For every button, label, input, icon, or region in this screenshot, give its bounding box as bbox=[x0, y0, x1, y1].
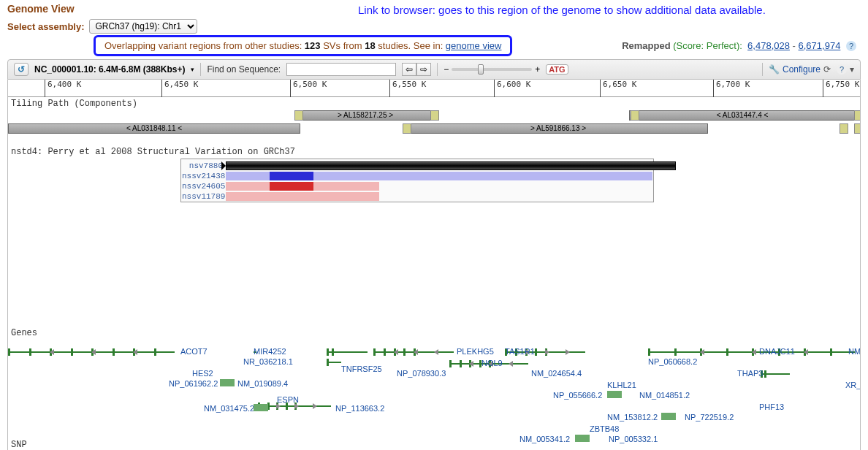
snp-track-label: SNP bbox=[8, 438, 860, 450]
gene-name[interactable]: TAS1R1 bbox=[505, 347, 535, 356]
accession-link[interactable]: NP_078930.3 bbox=[397, 369, 446, 378]
accession-link[interactable]: NP_060668.2 bbox=[648, 357, 697, 366]
gene-name[interactable]: ACOT7 bbox=[180, 347, 208, 356]
direction-arrow-icon bbox=[700, 349, 704, 355]
zoom-in-button[interactable]: + bbox=[535, 64, 540, 75]
gene-name[interactable]: KLHL21 bbox=[607, 381, 636, 389]
accession-link[interactable]: NM_014851.2 bbox=[639, 391, 690, 400]
exon bbox=[674, 348, 677, 356]
atg-icon[interactable]: ATG bbox=[546, 64, 568, 75]
variant-bar[interactable] bbox=[226, 161, 676, 170]
variant-label[interactable]: nssv24605 bbox=[182, 182, 223, 191]
tiling-component[interactable]: > AL158217.25 > bbox=[299, 110, 432, 121]
gene-name[interactable]: MIR4252 bbox=[254, 347, 286, 356]
pan-right-button[interactable]: ⇨ bbox=[416, 63, 431, 76]
accession-link[interactable]: NM_153812.2 bbox=[607, 413, 658, 422]
exon bbox=[726, 348, 728, 356]
ruler-tick: 6,700 K bbox=[713, 80, 750, 97]
direction-arrow-icon bbox=[566, 349, 570, 355]
zoom-slider[interactable]: − + bbox=[443, 64, 540, 75]
find-label: Find on Sequence: bbox=[207, 64, 281, 75]
direction-arrow-icon bbox=[545, 349, 549, 355]
gene-bar[interactable] bbox=[327, 362, 341, 363]
direction-arrow-icon bbox=[133, 349, 137, 355]
accession-link[interactable]: NR_036218.1 bbox=[243, 357, 293, 366]
toolbar-help-icon[interactable]: ? bbox=[837, 64, 847, 75]
zoom-out-button[interactable]: − bbox=[443, 64, 449, 75]
gene-block[interactable] bbox=[607, 391, 622, 398]
exon bbox=[29, 348, 31, 356]
tiling-component[interactable]: > AL591866.13 > bbox=[408, 123, 708, 134]
accession-link[interactable]: NP_061962.2 bbox=[169, 379, 218, 388]
direction-arrow-icon bbox=[509, 361, 513, 367]
page-title: Genome View bbox=[7, 3, 75, 15]
overlap-box: Overlapping variant regions from other s… bbox=[94, 35, 512, 56]
variant-bar-dark bbox=[270, 172, 313, 180]
accession-link[interactable]: NP_113663.2 bbox=[335, 404, 384, 413]
gene-name[interactable]: TNFRSF25 bbox=[341, 365, 382, 373]
direction-arrow-icon bbox=[414, 349, 418, 355]
gene-name[interactable]: NOL9 bbox=[481, 359, 503, 367]
genome-view-link[interactable]: genome view bbox=[446, 40, 502, 51]
accession-link[interactable]: NM_031475.2 bbox=[204, 404, 254, 413]
ruler-tick: 6,500 K bbox=[290, 80, 327, 97]
location-caret-icon[interactable]: ▾ bbox=[191, 66, 194, 73]
remapped-start-link[interactable]: 6,478,028 bbox=[747, 40, 790, 51]
wrench-icon[interactable]: 🔧 bbox=[769, 64, 780, 75]
slider-track[interactable] bbox=[452, 68, 532, 71]
accession-link[interactable]: NP_722519.2 bbox=[685, 413, 734, 422]
exon bbox=[373, 348, 376, 356]
ruler-tick: 6,550 K bbox=[389, 80, 426, 97]
variant-bar-dark bbox=[270, 182, 313, 191]
gene-name[interactable]: ZBTB48 bbox=[590, 424, 619, 433]
variant-label[interactable]: nssv11789 bbox=[182, 192, 223, 201]
accession-link[interactable]: NP_055666.2 bbox=[553, 391, 602, 400]
accession-link[interactable]: NM_019089.4 bbox=[237, 379, 288, 388]
exon bbox=[403, 348, 406, 356]
gene-name[interactable]: XR_ bbox=[845, 381, 861, 389]
gene-name[interactable]: THAP3 bbox=[737, 369, 763, 378]
overlap-study-count: 18 bbox=[365, 40, 375, 51]
sequence-viewer[interactable]: 6,400 K6,450 K6,500 K6,550 K6,600 K6,650… bbox=[7, 80, 861, 450]
find-input[interactable] bbox=[286, 63, 396, 76]
gene-name[interactable]: HES2 bbox=[192, 369, 213, 378]
gene-block[interactable] bbox=[254, 404, 268, 411]
gene-block[interactable] bbox=[661, 413, 676, 420]
genes-track: ACOT7MIR4252NR_036218.1PLEKHG5NP_078930.… bbox=[8, 347, 860, 450]
exon bbox=[71, 348, 73, 356]
tiling-track-label: Tiling Path (Components) bbox=[8, 97, 860, 110]
pan-left-button[interactable]: ⇦ bbox=[402, 63, 416, 76]
separator bbox=[437, 63, 438, 76]
variant-bar-dark bbox=[270, 192, 313, 201]
ruler: 6,400 K6,450 K6,500 K6,550 K6,600 K6,650… bbox=[8, 80, 860, 97]
exon bbox=[764, 370, 766, 378]
gene-block[interactable] bbox=[220, 379, 235, 386]
gene-name[interactable]: PHF13 bbox=[759, 403, 784, 411]
tile-cap bbox=[403, 123, 411, 134]
gene-name[interactable]: PLEKHG5 bbox=[457, 347, 494, 356]
back-icon[interactable]: ↺ bbox=[14, 63, 28, 76]
assembly-select[interactable]: GRCh37 (hg19): Chr1 bbox=[89, 19, 197, 34]
tile-cap bbox=[294, 110, 303, 121]
gene-name[interactable]: NM bbox=[848, 347, 861, 356]
help-icon[interactable]: ? bbox=[846, 41, 856, 51]
overlap-sv-count: 123 bbox=[305, 40, 321, 51]
snp-track: SNP bbox=[8, 438, 860, 450]
ruler-tick: 6,450 K bbox=[161, 80, 198, 97]
tiling-component[interactable]: < AL031848.11 < bbox=[8, 123, 300, 134]
configure-link[interactable]: Configure bbox=[783, 64, 821, 75]
tile-cap bbox=[854, 123, 861, 134]
tiling-component[interactable]: < AL031447.4 < bbox=[629, 110, 856, 121]
refresh-icon[interactable]: ⟳ bbox=[823, 64, 831, 75]
slider-thumb[interactable] bbox=[478, 64, 484, 75]
variant-label[interactable]: nsv7880 bbox=[182, 161, 223, 170]
remapped-end-link[interactable]: 6,671,974 bbox=[799, 40, 841, 51]
variant-label[interactable]: nssv21438 bbox=[182, 172, 223, 180]
remapped-info: Remapped (Score: Perfect): 6,478,028 - 6… bbox=[622, 40, 856, 51]
gene-name[interactable]: ESPN bbox=[277, 395, 299, 404]
toolbar-caret-icon[interactable]: ▾ bbox=[850, 64, 854, 75]
exon bbox=[327, 348, 329, 356]
gene-name[interactable]: DNAJC11 bbox=[759, 347, 795, 356]
tiling-track: < AL031848.11 <> AL158217.25 >> AL591866… bbox=[8, 110, 860, 140]
accession-link[interactable]: NM_024654.4 bbox=[531, 369, 582, 378]
